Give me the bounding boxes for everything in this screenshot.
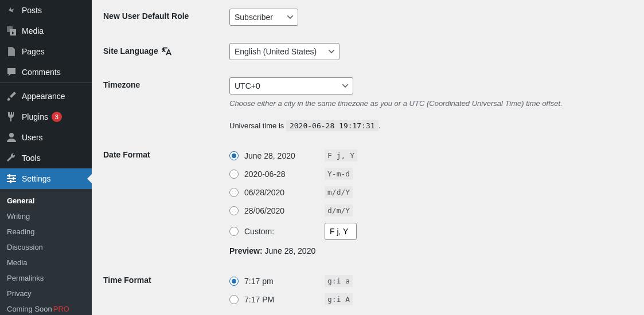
timezone-label: Timezone xyxy=(103,77,229,89)
row-timezone: Timezone UTC+0 Choose either a city in t… xyxy=(103,69,633,139)
settings-submenu: General Writing Reading Discussion Media… xyxy=(0,189,92,315)
plug-icon xyxy=(6,111,17,123)
date-format-custom-input[interactable] xyxy=(325,223,357,240)
menu-label: Plugins xyxy=(22,112,48,121)
sidebar-item-media[interactable]: Media xyxy=(0,21,92,41)
svg-rect-5 xyxy=(13,177,14,180)
format-code: g:i A xyxy=(325,293,353,305)
sliders-icon xyxy=(6,173,17,184)
sidebar-separator xyxy=(0,82,92,83)
universal-time-value: 2020-06-28 19:17:31 xyxy=(286,120,378,131)
row-date-format: Date Format June 28, 2020 F j, Y 2020-06… xyxy=(103,139,633,264)
submenu-discussion[interactable]: Discussion xyxy=(0,239,92,255)
date-format-option-1[interactable]: 2020-06-28 Y-m-d xyxy=(229,166,633,184)
time-format-label: Time Format xyxy=(103,273,229,285)
date-format-label: Date Format xyxy=(103,147,229,159)
time-format-radio[interactable] xyxy=(229,277,239,286)
menu-label: Comments xyxy=(22,68,61,77)
svg-rect-1 xyxy=(7,175,16,176)
settings-content: New User Default Role Subscriber Site La… xyxy=(92,0,644,315)
sidebar-item-plugins[interactable]: Plugins 3 xyxy=(0,107,92,127)
sidebar-item-posts[interactable]: Posts xyxy=(0,0,92,21)
sidebar-item-comments[interactable]: Comments xyxy=(0,62,92,82)
format-code: Y-m-d xyxy=(325,168,353,180)
timezone-select[interactable]: UTC+0 xyxy=(229,77,353,94)
sidebar-item-pages[interactable]: Pages xyxy=(0,41,92,62)
date-format-radio[interactable] xyxy=(229,206,239,215)
format-code: F j, Y xyxy=(325,149,357,162)
menu-label: Posts xyxy=(22,6,42,15)
time-format-option-0[interactable]: 7:17 pm g:i a xyxy=(229,273,633,291)
svg-rect-4 xyxy=(9,174,10,178)
date-format-radio[interactable] xyxy=(229,227,239,236)
menu-label: Settings xyxy=(22,174,51,183)
submenu-coming-soon[interactable]: Coming SoonPRO xyxy=(0,301,92,315)
sidebar-secondary-group: Appearance Plugins 3 Users Tools Setting… xyxy=(0,86,92,189)
menu-label: Tools xyxy=(22,153,41,163)
pro-badge: PRO xyxy=(53,305,69,313)
format-code: g:i a xyxy=(325,275,353,287)
media-icon xyxy=(6,25,17,37)
sidebar-item-settings[interactable]: Settings xyxy=(0,168,92,189)
pin-icon xyxy=(6,5,17,16)
site-language-label: Site Language xyxy=(103,46,158,56)
user-icon xyxy=(6,132,17,143)
date-format-radio[interactable] xyxy=(229,151,239,160)
sidebar-item-users[interactable]: Users xyxy=(0,127,92,148)
format-code: d/m/Y xyxy=(325,204,353,216)
date-format-option-2[interactable]: 06/28/2020 m/d/Y xyxy=(229,184,633,202)
format-code: m/d/Y xyxy=(325,186,353,198)
date-format-option-custom[interactable]: Custom: xyxy=(229,220,633,244)
page-icon xyxy=(6,46,17,57)
time-format-radio[interactable] xyxy=(229,295,239,304)
default-role-label: New User Default Role xyxy=(103,9,229,21)
translate-icon xyxy=(162,46,172,56)
site-language-select[interactable]: English (United States) xyxy=(229,43,339,60)
submenu-permalinks[interactable]: Permalinks xyxy=(0,270,92,286)
row-default-role: New User Default Role Subscriber xyxy=(103,0,633,34)
universal-time-line: Universal time is 2020-06-28 19:17:31. xyxy=(229,121,633,130)
sidebar-item-appearance[interactable]: Appearance xyxy=(0,86,92,107)
menu-label: Media xyxy=(22,26,44,36)
row-time-format: Time Format 7:17 pm g:i a 7:17 PM g:i A xyxy=(103,264,633,315)
svg-rect-6 xyxy=(10,180,11,183)
submenu-general[interactable]: General xyxy=(0,193,92,208)
sidebar-main-group: Posts Media Pages Comments xyxy=(0,0,92,82)
date-format-preview: Preview: June 28, 2020 xyxy=(229,246,633,255)
default-role-select[interactable]: Subscriber xyxy=(229,9,298,26)
timezone-description: Choose either a city in the same timezon… xyxy=(229,99,633,108)
admin-sidebar: Posts Media Pages Comments Appearance Pl… xyxy=(0,0,92,315)
submenu-reading[interactable]: Reading xyxy=(0,224,92,239)
submenu-privacy[interactable]: Privacy xyxy=(0,286,92,301)
comment-icon xyxy=(6,66,17,78)
brush-icon xyxy=(6,90,17,102)
date-format-option-0[interactable]: June 28, 2020 F j, Y xyxy=(229,147,633,166)
sidebar-item-tools[interactable]: Tools xyxy=(0,148,92,168)
menu-label: Users xyxy=(22,133,43,142)
date-format-option-3[interactable]: 28/06/2020 d/m/Y xyxy=(229,202,633,220)
row-site-language: Site Language English (United States) xyxy=(103,34,633,69)
submenu-media[interactable]: Media xyxy=(0,255,92,270)
plugin-update-badge: 3 xyxy=(52,112,62,122)
time-format-option-1[interactable]: 7:17 PM g:i A xyxy=(229,291,633,309)
date-format-radio[interactable] xyxy=(229,188,239,197)
submenu-writing[interactable]: Writing xyxy=(0,208,92,224)
menu-label: Appearance xyxy=(22,92,65,101)
date-format-radio[interactable] xyxy=(229,170,239,179)
wrench-icon xyxy=(6,152,17,164)
svg-rect-2 xyxy=(7,178,16,179)
menu-label: Pages xyxy=(22,47,45,56)
svg-point-0 xyxy=(9,133,14,137)
